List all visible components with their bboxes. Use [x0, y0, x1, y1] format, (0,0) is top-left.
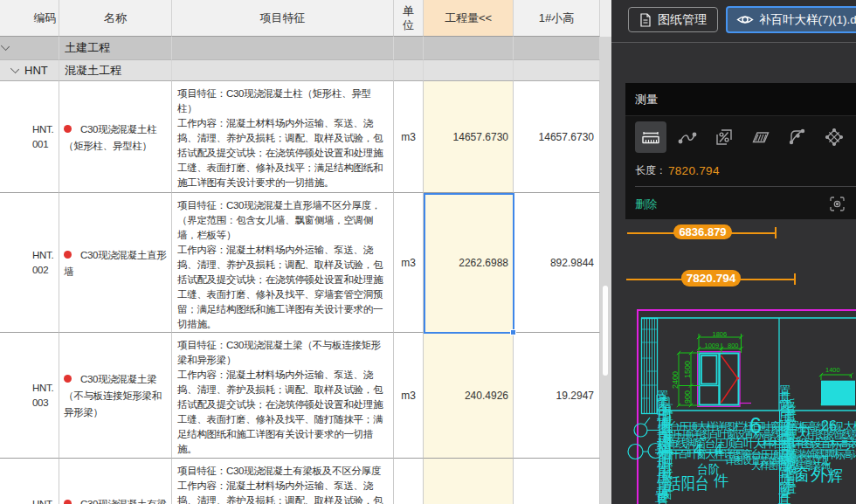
column-header-quantity[interactable]: 工程量<<	[424, 0, 514, 37]
cell-code[interactable]: HNT. 001	[0, 81, 59, 193]
red-dot-icon	[64, 125, 72, 133]
svg-text:6: 6	[749, 413, 762, 438]
estimate-table-panel: 编码 名称 项目特征 单位 工程量<< 1#小高 土建工程 HNT 混凝土工程 …	[0, 0, 611, 504]
svg-text:置: 置	[655, 489, 668, 504]
dimension-end-tick	[794, 273, 796, 285]
fill-handle[interactable]	[510, 329, 516, 335]
svg-text:直: 直	[778, 491, 791, 504]
cell-unit[interactable]: m3	[394, 81, 424, 193]
drawing-manage-button[interactable]: 图纸管理	[628, 7, 718, 32]
column-header-feature[interactable]: 项目特征	[172, 0, 394, 37]
scrollbar-track-header	[600, 0, 611, 37]
collapse-chevron-icon[interactable]	[10, 64, 19, 72]
cell-quantity[interactable]	[424, 459, 514, 504]
dimension-label: 7820.794	[681, 270, 741, 287]
cell-name[interactable]: C30现浇混凝土柱 （矩形柱、异型柱）	[59, 81, 172, 193]
svg-text:1500: 1500	[683, 361, 692, 378]
length-label: 长度：	[635, 163, 666, 178]
cell-feature[interactable]: 项目特征：C30现浇混凝土有梁板及不区分厚度 工作内容：混凝土材料场内外运输、泵…	[172, 459, 394, 504]
dimension-label: 6836.879	[673, 224, 732, 239]
cell-name[interactable]: C30现浇混凝土有梁 板	[59, 459, 172, 504]
measure-toolbar	[635, 121, 850, 153]
column-header-unit[interactable]: 单位	[394, 0, 424, 37]
group-row-civil-works[interactable]: 土建工程	[0, 37, 600, 60]
cad-window-detail	[698, 352, 751, 407]
cell-name[interactable]: C30现浇混凝土梁 （不与板连接矩形梁和 异形梁）	[59, 333, 172, 459]
hatch-area-icon	[750, 127, 771, 148]
tool-arc-area[interactable]	[782, 121, 813, 153]
cell-value1[interactable]: 19.2947	[514, 333, 600, 459]
cell-feature[interactable]: 项目特征：C30现浇混凝土直形墙不区分厚度， （界定范围：包含女儿墙、飘窗侧墙，…	[172, 193, 394, 333]
group-name: 混凝土工程	[59, 60, 172, 81]
active-drawing-button[interactable]: 补百叶大样(7)(1).dwg	[726, 6, 856, 33]
scrollbar-thumb[interactable]	[603, 286, 608, 376]
eye-icon	[736, 13, 754, 26]
estimating-app-window: 编码 名称 项目特征 单位 工程量<< 1#小高 土建工程 HNT 混凝土工程 …	[0, 0, 856, 504]
group-row-concrete-works[interactable]: HNT 混凝土工程	[0, 60, 600, 81]
tool-scale[interactable]	[708, 121, 740, 153]
locate-icon[interactable]	[830, 197, 845, 215]
cell-quantity[interactable]: 14657.6730	[424, 81, 514, 193]
selected-cell-outline[interactable]	[424, 193, 514, 334]
svg-text:十: 十	[796, 421, 811, 438]
red-dot-icon	[64, 500, 72, 504]
group-name: 土建工程	[59, 37, 172, 60]
column-header-name[interactable]: 名称	[59, 0, 172, 37]
dimension-end-tick	[775, 227, 777, 238]
ruler-icon	[640, 127, 661, 148]
cell-feature[interactable]: 项目特征：C30现浇混凝土柱（矩形柱、异型 柱） 工作内容：混凝土材料场内外运输…	[172, 81, 394, 193]
viewer-toolbar: 图纸管理 补百叶大样(7)(1).dwg	[611, 0, 856, 43]
column-header-value1[interactable]: 1#小高	[514, 0, 600, 37]
tool-polyline[interactable]	[672, 121, 703, 153]
svg-text:辉: 辉	[827, 467, 843, 485]
svg-text:1009: 1009	[705, 342, 720, 349]
cad-text-layer: 18061009800240015009001400置窗台压顶置直栏杆置板直压置…	[655, 330, 856, 504]
cell-quantity[interactable]: 240.4926	[424, 333, 514, 459]
red-dot-icon	[64, 251, 72, 259]
svg-text:4: 4	[714, 442, 722, 457]
cell-unit[interactable]: m3	[394, 459, 424, 504]
svg-text:1806: 1806	[713, 330, 728, 338]
cell-unit[interactable]: m3	[394, 333, 424, 459]
polyline-icon	[677, 127, 698, 148]
tool-hatch-area[interactable]	[745, 121, 777, 153]
scale-icon	[714, 127, 735, 148]
arc-area-icon	[787, 127, 808, 148]
cell-value1[interactable]: 892.9844	[514, 193, 600, 333]
cell-value1[interactable]	[514, 459, 600, 504]
cell-code[interactable]: HNT. 003	[0, 333, 59, 459]
cell-code[interactable]: HNT. 004	[0, 459, 59, 504]
group-code: HNT	[24, 64, 48, 77]
svg-text:800: 800	[728, 342, 739, 349]
red-dot-icon	[64, 375, 72, 383]
divider	[635, 186, 856, 187]
measure-panel-title: 测量	[625, 83, 856, 116]
table-header-row: 编码 名称 项目特征 单位 工程量<< 1#小高	[0, 0, 600, 37]
cell-value1[interactable]: 14657.6730	[514, 81, 600, 193]
length-value: 7820.794	[668, 164, 720, 177]
table-row[interactable]: HNT. 003 C30现浇混凝土梁 （不与板连接矩形梁和 异形梁） 项目特征：…	[0, 333, 600, 459]
svg-text:26: 26	[821, 418, 837, 433]
cad-viewer-panel: 图纸管理 补百叶大样(7)(1).dwg	[611, 0, 856, 504]
svg-text:1400: 1400	[825, 366, 840, 374]
cad-canvas[interactable]: 18061009800240015009001400置窗台压顶置直栏杆置板直压置…	[611, 44, 856, 504]
document-icon	[639, 13, 652, 27]
cell-code[interactable]: HNT. 002	[0, 193, 59, 333]
length-readout: 长度： 7820.794	[635, 163, 720, 178]
svg-text:4: 4	[694, 441, 702, 459]
svg-text:窗外: 窗外	[793, 466, 828, 484]
table-row[interactable]: HNT. 004 C30现浇混凝土有梁 板 项目特征：C30现浇混凝土有梁板及不…	[0, 459, 600, 504]
tool-ruler[interactable]	[635, 121, 666, 153]
polygon-area-icon	[824, 127, 845, 148]
cell-unit[interactable]: m3	[394, 193, 424, 333]
cell-name[interactable]: C30现浇混凝土直形 墙	[59, 193, 172, 333]
column-header-code[interactable]: 编码	[0, 0, 59, 37]
collapse-chevron-icon[interactable]	[1, 42, 10, 51]
table-scrollbar[interactable]	[600, 0, 611, 504]
svg-text:900: 900	[683, 390, 692, 404]
cell-feature[interactable]: 项目特征：C30现浇混凝土梁（不与板连接矩形 梁和异形梁） 工作内容：混凝土材料…	[172, 333, 394, 459]
svg-text:台阶: 台阶	[697, 462, 720, 476]
table-row[interactable]: HNT. 001 C30现浇混凝土柱 （矩形柱、异型柱） 项目特征：C30现浇混…	[0, 81, 600, 193]
delete-measure-link[interactable]: 删除	[635, 197, 657, 212]
tool-polygon-area[interactable]	[818, 121, 850, 153]
